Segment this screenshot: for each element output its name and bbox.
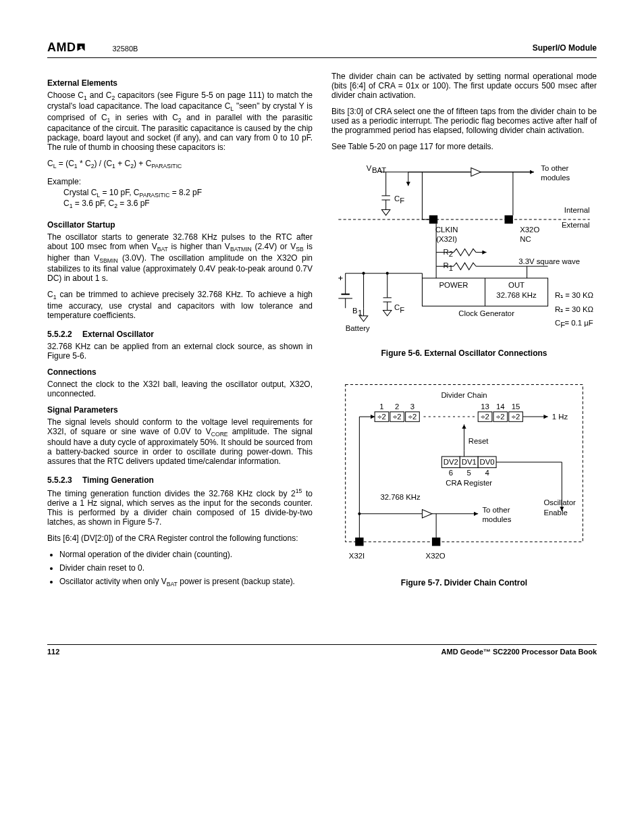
svg-text:= 0.1 µF: = 0.1 µF bbox=[564, 319, 593, 327]
para-taps: Bits [3:0] of CRA select one the of fift… bbox=[331, 107, 597, 135]
lbl-1hz: 1 Hz bbox=[552, 413, 568, 421]
svg-marker-9 bbox=[471, 167, 481, 176]
svg-text:BAT: BAT bbox=[372, 166, 386, 174]
page-header: AMD 32580B SuperI/O Module bbox=[47, 41, 597, 58]
para-osc-trim: C1 can be trimmed to achieve precisely 3… bbox=[47, 290, 313, 319]
lbl-r2: R bbox=[443, 248, 448, 256]
svg-rect-16 bbox=[504, 215, 512, 224]
para-osc-startup: The oscillator starts to generate 32.768… bbox=[47, 232, 313, 283]
svg-text:3: 3 bbox=[410, 402, 414, 411]
bullet-list: Normal operation of the divider chain (c… bbox=[47, 550, 313, 588]
svg-text:DV2: DV2 bbox=[444, 458, 458, 466]
lbl-sqwave: 3.3V square wave bbox=[518, 257, 580, 265]
para-connections: Connect the clock to the X32I ball, leav… bbox=[47, 380, 313, 398]
bullet-1: Normal operation of the divider chain (c… bbox=[59, 550, 313, 559]
example-values: Crystal CL = 10 pF, CPARASITIC = 8.2 pF … bbox=[63, 188, 313, 210]
bullet-3: Oscillator activity when only VBAT power… bbox=[59, 577, 313, 588]
svg-marker-86 bbox=[422, 510, 431, 518]
heading-signal-params: Signal Parameters bbox=[47, 405, 313, 415]
lbl-modules-1: modules bbox=[541, 174, 570, 182]
svg-text:6: 6 bbox=[449, 469, 453, 477]
lbl-modules-2: modules bbox=[482, 515, 511, 523]
svg-text:÷2: ÷2 bbox=[377, 413, 386, 421]
formula-cl: CL = (C1 * C2) / (C1 + C2) + CPARASITIC bbox=[47, 159, 313, 170]
svg-text:÷2: ÷2 bbox=[512, 413, 520, 421]
latch-group-right: 13 14 15 ÷2 ÷2 ÷2 bbox=[478, 402, 522, 422]
lbl-clkin: CLKIN bbox=[435, 226, 458, 234]
svg-point-90 bbox=[358, 513, 360, 515]
para-ext-osc: 32.768 KHz can be applied from an extern… bbox=[47, 342, 313, 361]
svg-text:÷2: ÷2 bbox=[496, 413, 505, 421]
figure-5-7-svg: Divider Chain 1 2 3 ÷2 ÷2 ÷2 13 14 15 bbox=[331, 374, 597, 570]
svg-text:DV0: DV0 bbox=[480, 458, 495, 466]
lbl-external: External bbox=[562, 221, 590, 229]
amd-logo-icon bbox=[76, 43, 86, 52]
svg-point-44 bbox=[386, 272, 389, 275]
svg-text:2: 2 bbox=[449, 250, 453, 258]
lbl-nc: NC bbox=[520, 235, 531, 243]
lbl-b1: B bbox=[352, 307, 358, 315]
svg-rect-14 bbox=[429, 215, 437, 224]
page-number: 112 bbox=[47, 648, 59, 656]
content-columns: External Elements Choose C1 and C2 capac… bbox=[47, 72, 597, 604]
lbl-clkgen1: 32.768 KHz bbox=[496, 291, 537, 299]
lbl-vbat: V bbox=[367, 164, 372, 172]
latch-group-left: 1 2 3 ÷2 ÷2 ÷2 bbox=[375, 402, 419, 422]
figure-5-6: Internal External V BAT CF To othe bbox=[331, 158, 597, 342]
para-activate: The divider chain can be activated by se… bbox=[331, 72, 597, 100]
lbl-r1v: R₁ = 30 KΩ bbox=[555, 291, 593, 299]
figure-5-7-caption: Figure 5-7. Divider Chain Control bbox=[331, 578, 597, 588]
para-bits: Bits [6:4] (DV[2:0]) of the CRA Register… bbox=[47, 533, 313, 543]
lbl-out: OUT bbox=[508, 281, 525, 289]
svg-text:15: 15 bbox=[512, 402, 520, 411]
svg-text:13: 13 bbox=[481, 402, 489, 411]
svg-text:÷2: ÷2 bbox=[408, 413, 417, 421]
svg-text:1: 1 bbox=[379, 402, 383, 411]
book-title: AMD Geode™ SC2200 Processor Data Book bbox=[441, 648, 597, 656]
lbl-cf-top: C bbox=[394, 194, 400, 203]
header-module: SuperI/O Module bbox=[533, 43, 597, 53]
doc-number: 32580B bbox=[113, 45, 138, 53]
example-label: Example: bbox=[47, 177, 313, 186]
lbl-r1: R bbox=[443, 261, 448, 269]
svg-text:÷2: ÷2 bbox=[481, 413, 489, 421]
para-timing: The timing generation function divides t… bbox=[47, 488, 313, 527]
lbl-power: POWER bbox=[439, 281, 468, 289]
svg-text:1: 1 bbox=[449, 264, 453, 272]
bullet-2: Divider chain reset to 0. bbox=[59, 563, 313, 573]
section-external-oscillator: 5.5.2.2External Oscillator bbox=[47, 330, 313, 339]
lbl-cfv: C bbox=[555, 319, 560, 327]
heading-external-elements: External Elements bbox=[47, 78, 313, 88]
page-footer: 112 AMD Geode™ SC2200 Processor Data Boo… bbox=[47, 644, 597, 656]
lbl-to-other-2: To other bbox=[482, 506, 510, 514]
left-column: External Elements Choose C1 and C2 capac… bbox=[47, 72, 313, 604]
lbl-reset: Reset bbox=[468, 437, 489, 445]
svg-text:14: 14 bbox=[496, 402, 505, 411]
svg-text:4: 4 bbox=[485, 469, 489, 477]
right-column: The divider chain can be activated by se… bbox=[331, 72, 597, 604]
svg-text:5: 5 bbox=[467, 469, 471, 477]
svg-text:2: 2 bbox=[395, 402, 399, 411]
lbl-cra: CRA Register bbox=[446, 479, 492, 487]
para-ext-elements: Choose C1 and C2 capacitors (see Figure … bbox=[47, 90, 313, 152]
svg-rect-91 bbox=[432, 538, 440, 546]
lbl-x32i-7: X32I bbox=[349, 552, 365, 560]
figure-5-7: Divider Chain 1 2 3 ÷2 ÷2 ÷2 13 14 15 bbox=[331, 374, 597, 572]
svg-text:÷2: ÷2 bbox=[393, 413, 402, 421]
lbl-cf-bot: C bbox=[394, 303, 400, 311]
heading-osc-startup: Oscillator Startup bbox=[47, 220, 313, 230]
lbl-battery: Battery bbox=[346, 324, 370, 332]
lbl-r2v: R₂ = 30 KΩ bbox=[555, 305, 593, 313]
lbl-khz: 32.768 KHz bbox=[380, 493, 421, 501]
svg-text:1: 1 bbox=[358, 309, 362, 317]
lbl-enable: Enable bbox=[543, 509, 567, 517]
lbl-divchain: Divider Chain bbox=[441, 391, 487, 399]
figure-5-6-svg: Internal External V BAT CF To othe bbox=[331, 158, 597, 340]
lbl-to-other-1: To other bbox=[541, 164, 568, 172]
svg-text:F: F bbox=[400, 197, 404, 205]
para-signal-params: The signal levels should conform to the … bbox=[47, 417, 313, 466]
svg-text:DV1: DV1 bbox=[462, 458, 477, 466]
heading-connections: Connections bbox=[47, 367, 313, 377]
amd-logo: AMD bbox=[47, 41, 86, 55]
lbl-internal: Internal bbox=[564, 206, 590, 214]
